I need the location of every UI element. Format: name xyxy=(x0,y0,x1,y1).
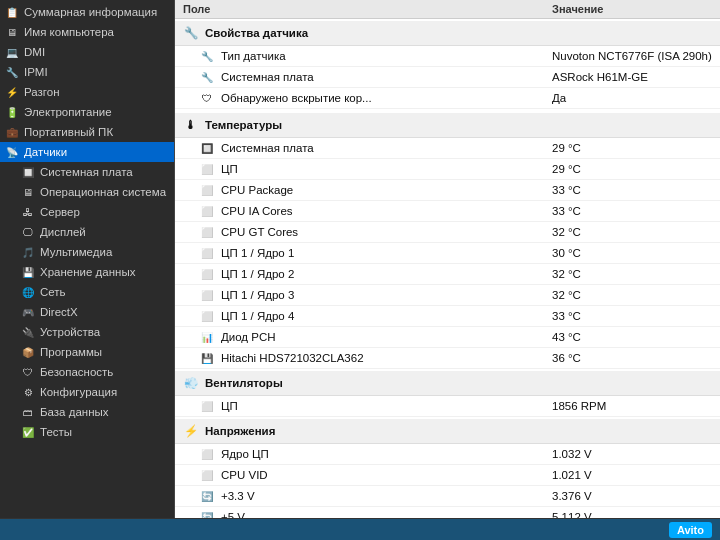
temperatures-rows-row-7[interactable]: ⬜ЦП 1 / Ядро 332 °C xyxy=(175,285,720,306)
voltages-rows-row-3[interactable]: 🔄+5 V5.112 V xyxy=(175,507,720,518)
voltages-rows-row-1[interactable]: ⬜CPU VID1.021 V xyxy=(175,465,720,486)
sidebar-item-icon-14: 🌐 xyxy=(20,284,36,300)
voltages-rows-row-0[interactable]: ⬜Ядро ЦП1.032 V xyxy=(175,444,720,465)
temperatures-rows-row-name-5: ЦП 1 / Ядро 1 xyxy=(221,247,552,259)
voltages-rows-row-name-3: +5 V xyxy=(221,511,552,518)
sidebar-item-6[interactable]: 💼Портативный ПК xyxy=(0,122,174,142)
temperatures-rows-row-value-5: 30 °C xyxy=(552,247,712,259)
sidebar-item-icon-8: 🔲 xyxy=(20,164,36,180)
temperatures-rows-row-1[interactable]: ⬜ЦП29 °C xyxy=(175,159,720,180)
sidebar-item-13[interactable]: 💾Хранение данных xyxy=(0,262,174,282)
sidebar-item-icon-17: 📦 xyxy=(20,344,36,360)
fans-rows-row-name-0: ЦП xyxy=(221,400,552,412)
col-name-header: Поле xyxy=(183,3,552,15)
temperatures-rows-row-value-6: 32 °C xyxy=(552,268,712,280)
sensor-props-rows: 🔧Тип датчикаNuvoton NCT6776F (ISA 290h)🔧… xyxy=(175,46,720,109)
sidebar-item-label-16: Устройства xyxy=(40,326,100,338)
sidebar-item-19[interactable]: ⚙Конфигурация xyxy=(0,382,174,402)
sidebar-item-icon-5: 🔋 xyxy=(4,104,20,120)
sidebar-item-label-18: Безопасность xyxy=(40,366,113,378)
sidebar-item-16[interactable]: 🔌Устройства xyxy=(0,322,174,342)
temperatures-rows-row-9[interactable]: 📊Диод PCH43 °C xyxy=(175,327,720,348)
sensor-props-rows-row-name-0: Тип датчика xyxy=(221,50,552,62)
sidebar-item-1[interactable]: 🖥Имя компьютера xyxy=(0,22,174,42)
voltages-rows-row-value-1: 1.021 V xyxy=(552,469,712,481)
sidebar-item-icon-4: ⚡ xyxy=(4,84,20,100)
sidebar-item-9[interactable]: 🖥Операционная система xyxy=(0,182,174,202)
temperatures-rows-row-value-1: 29 °C xyxy=(552,163,712,175)
sidebar-item-icon-10: 🖧 xyxy=(20,204,36,220)
temperatures-rows-row-value-2: 33 °C xyxy=(552,184,712,196)
sensor-props-rows-row-1[interactable]: 🔧Системная платаASRock H61M-GE xyxy=(175,67,720,88)
sidebar-item-label-1: Имя компьютера xyxy=(24,26,114,38)
temperatures-rows-row-name-10: Hitachi HDS721032CLA362 xyxy=(221,352,552,364)
sidebar-item-icon-9: 🖥 xyxy=(20,184,36,200)
voltages-rows-row-name-0: Ядро ЦП xyxy=(221,448,552,460)
main-container: 📋Суммарная информация🖥Имя компьютера💻DMI… xyxy=(0,0,720,518)
voltages-section: ⚡ Напряжения ⬜Ядро ЦП1.032 V⬜CPU VID1.02… xyxy=(175,419,720,518)
temperatures-rows-row-icon-3: ⬜ xyxy=(199,203,215,219)
voltages-rows-row-name-2: +3.3 V xyxy=(221,490,552,502)
voltages-rows-row-2[interactable]: 🔄+3.3 V3.376 V xyxy=(175,486,720,507)
temperatures-rows-row-name-9: Диод PCH xyxy=(221,331,552,343)
temperatures-rows-row-name-2: CPU Package xyxy=(221,184,552,196)
temperatures-rows-row-6[interactable]: ⬜ЦП 1 / Ядро 232 °C xyxy=(175,264,720,285)
fans-rows-row-icon-0: ⬜ xyxy=(199,398,215,414)
sidebar-item-label-11: Дисплей xyxy=(40,226,86,238)
voltages-header: ⚡ Напряжения xyxy=(175,419,720,444)
sidebar-item-label-0: Суммарная информация xyxy=(24,6,157,18)
temperatures-rows-row-10[interactable]: 💾Hitachi HDS721032CLA36236 °C xyxy=(175,348,720,369)
sidebar-item-0[interactable]: 📋Суммарная информация xyxy=(0,2,174,22)
sensor-props-header: 🔧 Свойства датчика xyxy=(175,21,720,46)
temperatures-rows-row-5[interactable]: ⬜ЦП 1 / Ядро 130 °C xyxy=(175,243,720,264)
sidebar-item-14[interactable]: 🌐Сеть xyxy=(0,282,174,302)
fans-header: 💨 Вентиляторы xyxy=(175,371,720,396)
sensor-props-section: 🔧 Свойства датчика 🔧Тип датчикаNuvoton N… xyxy=(175,21,720,109)
sensor-props-rows-row-name-2: Обнаружено вскрытие кор... xyxy=(221,92,552,104)
temperatures-rows-row-value-3: 33 °C xyxy=(552,205,712,217)
sidebar-item-5[interactable]: 🔋Электропитание xyxy=(0,102,174,122)
sidebar-item-label-3: IPMI xyxy=(24,66,48,78)
voltages-rows: ⬜Ядро ЦП1.032 V⬜CPU VID1.021 V🔄+3.3 V3.3… xyxy=(175,444,720,518)
sidebar-item-15[interactable]: 🎮DirectX xyxy=(0,302,174,322)
voltages-rows-row-icon-0: ⬜ xyxy=(199,446,215,462)
sidebar-item-18[interactable]: 🛡Безопасность xyxy=(0,362,174,382)
temperatures-rows-row-0[interactable]: 🔲Системная плата29 °C xyxy=(175,138,720,159)
temperatures-rows-row-icon-6: ⬜ xyxy=(199,266,215,282)
sidebar-item-2[interactable]: 💻DMI xyxy=(0,42,174,62)
fans-rows-row-value-0: 1856 RPM xyxy=(552,400,712,412)
sidebar-item-17[interactable]: 📦Программы xyxy=(0,342,174,362)
sidebar-item-12[interactable]: 🎵Мультимедиа xyxy=(0,242,174,262)
fans-rows-row-0[interactable]: ⬜ЦП1856 RPM xyxy=(175,396,720,417)
sidebar-item-icon-16: 🔌 xyxy=(20,324,36,340)
sidebar-item-10[interactable]: 🖧Сервер xyxy=(0,202,174,222)
temperatures-rows-row-4[interactable]: ⬜CPU GT Cores32 °C xyxy=(175,222,720,243)
sensor-props-rows-row-2[interactable]: 🛡Обнаружено вскрытие кор...Да xyxy=(175,88,720,109)
sidebar-item-3[interactable]: 🔧IPMI xyxy=(0,62,174,82)
sidebar-item-20[interactable]: 🗃База данных xyxy=(0,402,174,422)
sensor-props-icon: 🔧 xyxy=(183,25,199,41)
avito-badge: Avito xyxy=(669,522,712,538)
sidebar-item-4[interactable]: ⚡Разгон xyxy=(0,82,174,102)
sensor-props-rows-row-0[interactable]: 🔧Тип датчикаNuvoton NCT6776F (ISA 290h) xyxy=(175,46,720,67)
sidebar-item-7[interactable]: 📡Датчики xyxy=(0,142,174,162)
temperatures-rows-row-2[interactable]: ⬜CPU Package33 °C xyxy=(175,180,720,201)
sidebar-item-label-20: База данных xyxy=(40,406,109,418)
sidebar-item-label-10: Сервер xyxy=(40,206,80,218)
sensor-props-rows-row-icon-0: 🔧 xyxy=(199,48,215,64)
sidebar-item-icon-2: 💻 xyxy=(4,44,20,60)
sidebar-item-icon-7: 📡 xyxy=(4,144,20,160)
temperatures-rows-row-8[interactable]: ⬜ЦП 1 / Ядро 433 °C xyxy=(175,306,720,327)
sidebar-item-8[interactable]: 🔲Системная плата xyxy=(0,162,174,182)
sidebar-item-11[interactable]: 🖵Дисплей xyxy=(0,222,174,242)
sidebar[interactable]: 📋Суммарная информация🖥Имя компьютера💻DMI… xyxy=(0,0,175,518)
temperatures-rows-row-icon-9: 📊 xyxy=(199,329,215,345)
sidebar-item-label-5: Электропитание xyxy=(24,106,112,118)
temperatures-section: 🌡 Температуры 🔲Системная плата29 °C⬜ЦП29… xyxy=(175,113,720,369)
sidebar-item-21[interactable]: ✅Тесты xyxy=(0,422,174,442)
sensor-props-rows-row-value-2: Да xyxy=(552,92,712,104)
sensor-props-title: Свойства датчика xyxy=(205,27,308,39)
temperatures-rows-row-name-0: Системная плата xyxy=(221,142,552,154)
sidebar-item-icon-6: 💼 xyxy=(4,124,20,140)
temperatures-rows-row-3[interactable]: ⬜CPU IA Cores33 °C xyxy=(175,201,720,222)
